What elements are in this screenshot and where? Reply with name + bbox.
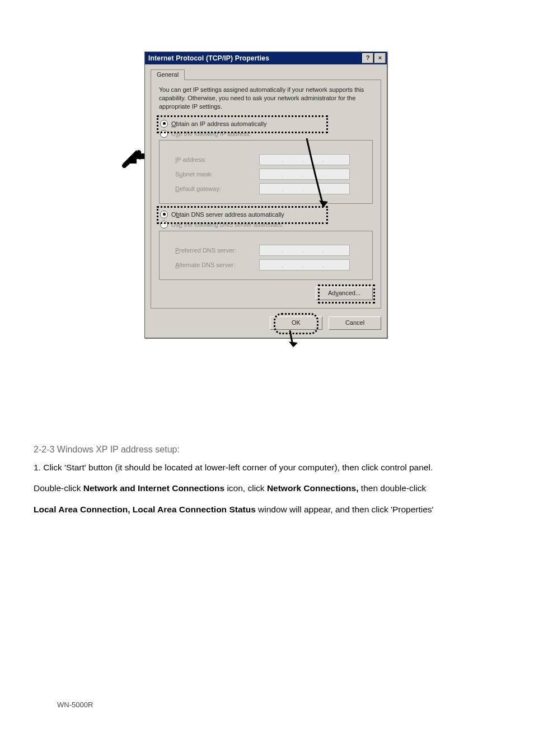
radio-use-following-dns[interactable]: Use the following DNS server addresses: xyxy=(160,221,373,228)
help-button[interactable]: ? xyxy=(362,53,373,63)
radio-ip-auto-label: btain an IP address automatically xyxy=(176,120,267,127)
radio-dot-icon xyxy=(160,130,168,138)
instruction-line-2: Double-click Network and Internet Connec… xyxy=(34,480,500,496)
default-gateway-input[interactable]: . . . xyxy=(259,183,350,194)
instructions-heading: 2-2-3 Windows XP IP address setup: xyxy=(34,445,500,455)
radio-obtain-dns-auto[interactable]: Obtain DNS server address automatically xyxy=(160,211,373,218)
radio-ip-manual-label: Use the following IP address: xyxy=(171,130,251,137)
radio-dot-icon xyxy=(160,221,168,228)
dialog-title: Internet Protocol (TCP/IP) Properties xyxy=(148,54,362,62)
dialog-titlebar: Internet Protocol (TCP/IP) Properties ? … xyxy=(145,52,387,64)
alternate-dns-input[interactable]: . . . xyxy=(259,259,350,270)
radio-use-following-ip[interactable]: Use the following IP address: xyxy=(160,130,373,138)
radio-dns-manual-label: Use the following DNS server addresses: xyxy=(171,221,284,228)
subnet-mask-input[interactable]: . . . xyxy=(259,169,350,180)
subnet-mask-label: Subnet mask: xyxy=(175,171,259,178)
ok-button[interactable]: OK xyxy=(270,316,322,330)
ip-address-input[interactable]: . . . xyxy=(259,154,350,165)
radio-dot-icon xyxy=(160,120,168,128)
instruction-line-1: 1. Click 'Start' button (it should be lo… xyxy=(34,459,500,475)
instruction-line-3: Local Area Connection, Local Area Connec… xyxy=(34,501,500,517)
radio-dns-auto-label: Obtain DNS server address automatically xyxy=(171,211,284,218)
callout-arrow-icon xyxy=(122,147,146,168)
advanced-button[interactable]: Advanced... xyxy=(316,287,373,300)
default-gateway-label: Default gateway: xyxy=(175,185,259,192)
alternate-dns-label: Alternate DNS server: xyxy=(175,262,259,268)
close-button[interactable]: × xyxy=(374,53,386,63)
preferred-dns-input[interactable]: . . . xyxy=(259,245,350,256)
radio-obtain-ip-auto[interactable]: Obtain an IP address automatically xyxy=(160,120,373,128)
tab-general[interactable]: General xyxy=(151,69,185,80)
cancel-button[interactable]: Cancel xyxy=(329,316,381,330)
dns-settings-group: Preferred DNS server: . . . Alternate DN… xyxy=(159,231,373,280)
tab-body: You can get IP settings assigned automat… xyxy=(151,80,381,309)
tcpip-properties-dialog: Internet Protocol (TCP/IP) Properties ? … xyxy=(144,52,387,338)
instructions-block: 2-2-3 Windows XP IP address setup: 1. Cl… xyxy=(34,445,500,522)
svg-marker-4 xyxy=(289,342,298,347)
dialog-description: You can get IP settings assigned automat… xyxy=(159,86,373,111)
ip-settings-group: IP address: . . . Subnet mask: . . . Def… xyxy=(159,140,373,204)
radio-dot-icon xyxy=(160,211,168,218)
preferred-dns-label: Preferred DNS server: xyxy=(175,247,259,254)
footer-model: WN-5000R xyxy=(57,701,93,709)
ip-address-label: IP address: xyxy=(175,156,259,163)
